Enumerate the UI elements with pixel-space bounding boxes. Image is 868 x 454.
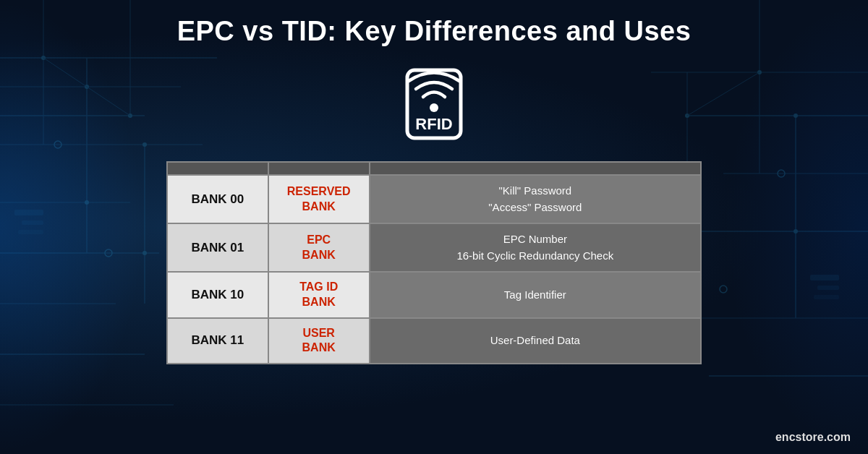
col-header-bank-name <box>268 162 370 175</box>
description-cell: EPC Number16-bit Cyclic Redundancy Check <box>370 223 701 272</box>
description-cell: User-Defined Data <box>370 318 701 364</box>
bank-id-cell: BANK 10 <box>167 272 268 318</box>
svg-text:RFID: RFID <box>415 115 452 133</box>
bank-id-cell: BANK 11 <box>167 318 268 364</box>
table-row: BANK 01EPCBANKEPC Number16-bit Cyclic Re… <box>167 223 701 272</box>
description-cell: "Kill" Password"Access" Password <box>370 175 701 223</box>
col-header-description <box>370 162 701 175</box>
bank-name-cell: TAG IDBANK <box>268 272 370 318</box>
svg-point-47 <box>430 103 438 112</box>
table-row: BANK 00RESERVEDBANK"Kill" Password"Acces… <box>167 175 701 223</box>
bank-name-cell: EPCBANK <box>268 223 370 272</box>
col-header-bank-id <box>167 162 268 175</box>
table-row: BANK 11USERBANKUser-Defined Data <box>167 318 701 364</box>
rfid-icon: RFID <box>387 57 481 151</box>
bank-name-cell: USERBANK <box>268 318 370 364</box>
bank-id-cell: BANK 01 <box>167 223 268 272</box>
domain-label: encstore.com <box>775 431 851 444</box>
bank-name-cell: RESERVEDBANK <box>268 175 370 223</box>
bank-id-cell: BANK 00 <box>167 175 268 223</box>
description-cell: Tag Identifier <box>370 272 701 318</box>
comparison-table: BANK 00RESERVEDBANK"Kill" Password"Acces… <box>166 161 702 364</box>
table-row: BANK 10TAG IDBANKTag Identifier <box>167 272 701 318</box>
page-title: EPC vs TID: Key Differences and Uses <box>177 16 692 47</box>
